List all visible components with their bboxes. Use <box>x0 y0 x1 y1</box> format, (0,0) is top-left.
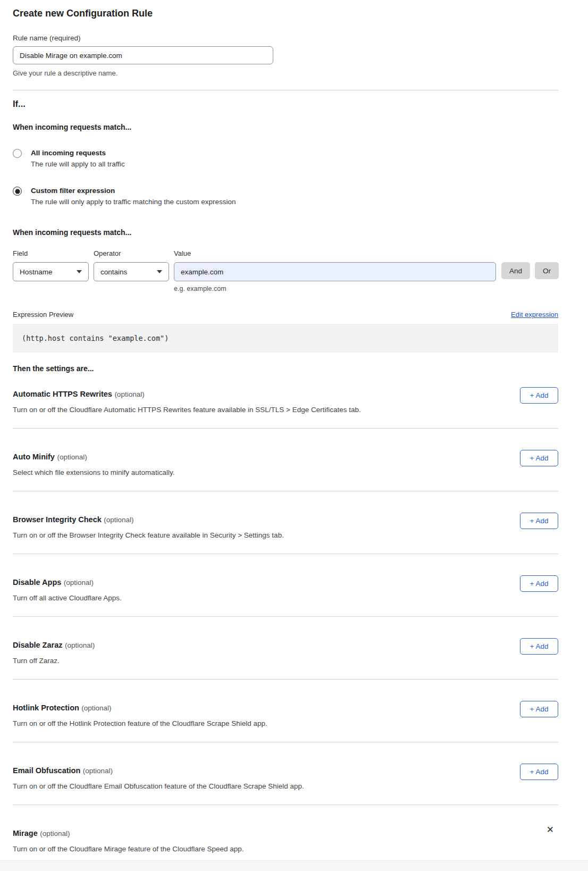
setting-title: Disable Apps <box>13 578 61 587</box>
or-button[interactable]: Or <box>535 262 559 279</box>
request-match-radio-group: All incoming requests The rule will appl… <box>13 148 558 206</box>
setting-title-line: Browser Integrity Check (optional) <box>13 515 558 524</box>
expression-builder-heading: When incoming requests match... <box>13 228 558 237</box>
andor-group: And Or <box>501 262 559 279</box>
field-select[interactable]: Hostname <box>13 262 89 281</box>
setting-title-line: Automatic HTTPS Rewrites (optional) <box>13 389 558 399</box>
close-icon[interactable]: ✕ <box>547 825 554 834</box>
page-title: Create new Configuration Rule <box>13 7 558 19</box>
setting-title-line: Mirage (optional) <box>13 828 558 838</box>
setting-optional-tag: (optional) <box>114 390 144 398</box>
add-setting-button[interactable]: + Add <box>520 450 558 466</box>
edit-expression-link[interactable]: Edit expression <box>511 311 558 319</box>
setting-title-line: Disable Apps (optional) <box>13 577 558 587</box>
setting-description: Turn on or off the Cloudflare Mirage fea… <box>13 845 470 853</box>
operator-select[interactable]: contains <box>94 262 169 281</box>
value-hint: e.g. example.com <box>174 285 496 292</box>
add-setting-button[interactable]: + Add <box>520 387 558 404</box>
setting-title-line: Auto Minify (optional) <box>13 452 558 462</box>
setting-title: Mirage <box>13 829 38 838</box>
field-select-value: Hostname <box>20 268 53 276</box>
setting-title-line: Disable Zaraz (optional) <box>13 640 558 650</box>
setting-description: Turn off Zaraz. <box>13 657 470 665</box>
radio-button-icon[interactable] <box>13 149 22 158</box>
settings-heading: Then the settings are... <box>13 364 558 373</box>
setting-description: Turn on or off the Browser Integrity Che… <box>13 531 470 539</box>
setting-description: Select which file extensions to minify a… <box>13 468 470 476</box>
setting-title: Automatic HTTPS Rewrites <box>13 390 112 398</box>
add-setting-button[interactable]: + Add <box>520 575 558 592</box>
radio-option-description: The rule will only apply to traffic matc… <box>31 198 236 206</box>
operator-label: Operator <box>94 249 169 257</box>
if-heading: If... <box>13 99 558 109</box>
setting-optional-tag: (optional) <box>83 767 113 775</box>
add-setting-button[interactable]: + Add <box>520 701 558 717</box>
footer-bar <box>0 860 588 871</box>
setting-optional-tag: (optional) <box>65 641 95 649</box>
setting-row: Auto Minify (optional) Select which file… <box>13 429 558 491</box>
and-button[interactable]: And <box>501 262 530 279</box>
setting-description: Turn off all active Cloudflare Apps. <box>13 594 470 602</box>
setting-title: Email Obfuscation <box>13 766 80 775</box>
add-setting-button[interactable]: + Add <box>520 513 558 529</box>
setting-title: Disable Zaraz <box>13 641 63 649</box>
radio-option[interactable]: All incoming requests The rule will appl… <box>13 148 558 168</box>
chevron-down-icon <box>157 270 162 273</box>
expression-preview-code: (http.host contains "example.com") <box>13 324 558 353</box>
expression-preview-label: Expression Preview <box>13 311 73 319</box>
operator-select-value: contains <box>100 268 127 276</box>
setting-row: Automatic HTTPS Rewrites (optional) Turn… <box>13 373 558 429</box>
setting-optional-tag: (optional) <box>40 830 70 838</box>
value-input[interactable] <box>174 262 496 281</box>
expression-preview-row: Expression Preview Edit expression <box>13 311 558 319</box>
radio-option-description: The rule will apply to all traffic <box>31 160 125 168</box>
add-setting-button[interactable]: + Add <box>520 764 558 780</box>
setting-description: Turn on or off the Cloudflare Automatic … <box>13 406 470 414</box>
field-label: Field <box>13 249 89 257</box>
setting-optional-tag: (optional) <box>104 516 133 524</box>
rule-name-label: Rule name (required) <box>13 34 558 42</box>
setting-title: Hotlink Protection <box>13 704 79 712</box>
setting-row: Disable Zaraz (optional) Turn off Zaraz.… <box>13 617 558 680</box>
setting-description: Turn on or off the Cloudflare Email Obfu… <box>13 782 470 790</box>
setting-optional-tag: (optional) <box>81 704 111 712</box>
radio-option[interactable]: Custom filter expression The rule will o… <box>13 186 558 206</box>
settings-list: Automatic HTTPS Rewrites (optional) Turn… <box>13 373 558 871</box>
setting-title: Browser Integrity Check <box>13 515 102 524</box>
setting-row: Email Obfuscation (optional) Turn on or … <box>13 742 558 805</box>
setting-optional-tag: (optional) <box>64 579 94 587</box>
field-column: Field Hostname <box>13 249 89 281</box>
setting-title-line: Email Obfuscation (optional) <box>13 766 558 775</box>
rule-name-helper: Give your rule a descriptive name. <box>13 69 558 77</box>
value-label: Value <box>174 249 496 257</box>
setting-optional-tag: (optional) <box>57 453 87 461</box>
value-column: Value e.g. example.com <box>174 249 496 292</box>
setting-row: Disable Apps (optional) Turn off all act… <box>13 554 558 617</box>
expression-builder-row: Field Hostname Operator contains Value e… <box>13 249 558 292</box>
add-setting-button[interactable]: + Add <box>520 638 558 655</box>
section-divider <box>13 90 558 90</box>
setting-row: Hotlink Protection (optional) Turn on or… <box>13 680 558 742</box>
match-heading: When incoming requests match... <box>13 123 558 131</box>
setting-title: Auto Minify <box>13 453 55 461</box>
setting-title-line: Hotlink Protection (optional) <box>13 703 558 713</box>
rule-name-input[interactable] <box>13 46 273 64</box>
radio-option-label: All incoming requests <box>31 148 125 157</box>
setting-description: Turn on or off the Hotlink Protection fe… <box>13 719 470 727</box>
setting-row: Browser Integrity Check (optional) Turn … <box>13 491 558 554</box>
radio-button-icon[interactable] <box>13 187 22 196</box>
operator-column: Operator contains <box>94 249 169 281</box>
radio-option-label: Custom filter expression <box>31 186 236 195</box>
chevron-down-icon <box>77 270 82 273</box>
create-configuration-rule-panel: Create new Configuration Rule Rule name … <box>13 0 558 871</box>
